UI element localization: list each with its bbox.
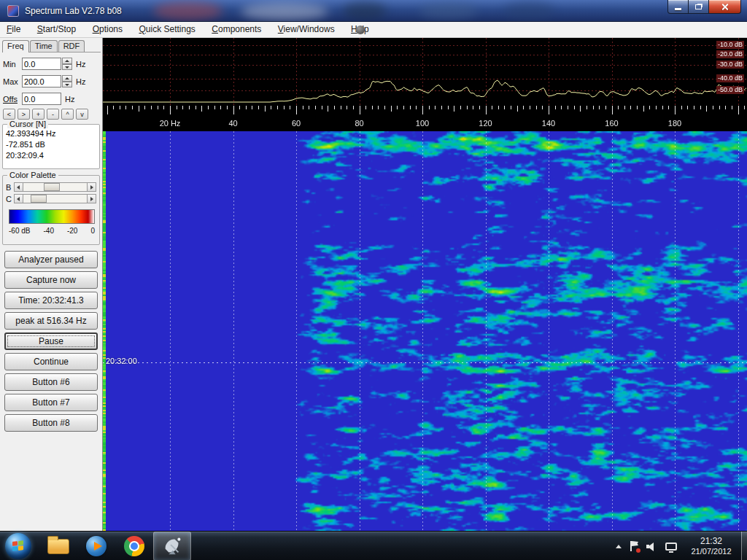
explorer-taskbar-button[interactable] [39,532,77,560]
cursor-time: 20:32:09.4 [3,150,99,161]
spin-up-icon[interactable] [62,75,72,82]
capture-now-button[interactable]: Capture now [4,271,98,289]
wallpaper-blob [343,1,387,20]
close-button[interactable] [708,0,741,14]
min-label: Min [3,60,22,69]
spin-down-icon[interactable] [62,82,72,88]
frequency-nav-buttons: < > + - ^ v [3,109,88,120]
menu-options[interactable]: Options [86,22,129,37]
contrast-row: C [6,194,96,203]
max-unit: Hz [76,77,85,86]
contrast-slider[interactable] [14,194,96,203]
hidden-icons-button[interactable] [616,545,622,548]
offset-label[interactable]: Offs [3,95,22,104]
slider-track[interactable] [23,183,87,191]
wallpaper-blob [419,2,478,20]
max-frequency-input[interactable] [22,75,61,88]
db-scale: -10.0 dB -20.0 dB -30.0 dB -40.0 dB -50.… [711,38,746,106]
restore-button[interactable] [689,0,708,14]
palette-gradient-bar [9,209,95,224]
restore-icon [695,4,702,9]
palette-scale: -60 dB -40 -20 0 [9,227,95,235]
menu-view-windows[interactable]: View/Windows [271,22,341,37]
spectrum-display[interactable] [103,38,747,106]
db-label: -40.0 dB [716,74,744,82]
wallpaper-blob [241,3,328,20]
zoom-in-button[interactable]: + [32,109,44,120]
slider-left-icon[interactable] [15,195,23,203]
menu-quick-settings[interactable]: Quick Settings [132,22,201,37]
min-unit: Hz [76,60,85,69]
spectrum-lab-taskbar-button[interactable] [153,532,191,560]
window-title: Spectrum Lab V2.78 b08 [25,6,122,16]
db-label: -10.0 dB [716,41,744,49]
system-tray [616,532,677,560]
offset-input[interactable] [22,93,61,105]
min-frequency-row: Min Hz [3,57,85,71]
slider-track[interactable] [23,195,87,203]
slider-thumb[interactable] [44,183,60,191]
button-7[interactable]: Button #7 [4,394,98,411]
menu-components[interactable]: Components [205,22,268,37]
clock-time: 21:32 [684,536,738,546]
spin-down-icon[interactable] [62,64,72,71]
time-display-button[interactable]: Time: 20:32:41.3 [4,292,98,309]
show-desktop-button[interactable] [741,532,747,560]
minimize-button[interactable] [667,0,689,14]
continue-button[interactable]: Continue [4,353,98,370]
shift-up-button[interactable]: ^ [61,109,74,120]
slider-right-icon[interactable] [87,195,96,203]
spin-up-icon[interactable] [62,58,72,64]
clock-date: 21/07/2012 [684,546,738,556]
cursor-frequency: 42.393494 Hz [3,128,99,139]
min-spinner[interactable] [62,58,72,70]
waterfall-display[interactable] [103,131,747,531]
zoom-out-button[interactable]: - [47,109,59,120]
shift-down-button[interactable]: v [76,109,88,120]
notification-badge [636,548,640,553]
offset-unit: Hz [65,95,74,104]
media-player-icon [86,536,107,556]
screen: Spectrum Lab V2.78 b08 File Start/Stop O… [0,0,747,560]
taskbar-clock[interactable]: 21:32 21/07/2012 [684,536,738,556]
db-label: -50.0 dB [716,86,744,94]
media-player-taskbar-button[interactable] [77,532,115,560]
volume-icon[interactable] [646,542,657,551]
tab-freq[interactable]: Freq [2,40,29,52]
minimize-icon [675,8,681,10]
taskbar: 21:32 21/07/2012 [0,531,747,560]
slider-left-icon[interactable] [15,183,23,191]
brightness-slider[interactable] [14,182,96,192]
menu-file[interactable]: File [0,22,27,37]
palette-group-title: Color Palette [7,171,58,179]
tab-rdf[interactable]: RDF [58,40,85,52]
action-center-icon[interactable] [630,541,638,551]
display-settings-icon[interactable] [665,542,677,551]
max-frequency-row: Max Hz [3,74,85,88]
analyzer-paused-button[interactable]: Analyzer paused [4,251,98,268]
menu-start-stop[interactable]: Start/Stop [31,22,82,37]
chrome-taskbar-button[interactable] [115,532,153,560]
shift-left-button[interactable]: < [3,109,15,120]
pinned-apps [39,532,191,560]
slider-right-icon[interactable] [87,183,96,191]
start-button[interactable] [5,533,31,559]
button-6[interactable]: Button #6 [4,373,98,391]
scale-label: -40 [43,227,53,235]
min-frequency-input[interactable] [22,58,61,70]
shift-right-button[interactable]: > [18,109,30,120]
max-spinner[interactable] [62,75,72,88]
slider-thumb[interactable] [31,195,47,203]
cursor-readout: Cursor [N] 42.393494 Hz -72.851 dB 20:32… [2,124,100,169]
cursor-group-title: Cursor [N] [7,120,48,128]
tab-time[interactable]: Time [30,40,58,52]
satellite-dish-icon [161,535,183,557]
scale-label: -20 [67,227,77,235]
wallpaper-blob [503,1,554,20]
button-8[interactable]: Button #8 [4,414,98,432]
control-panel: Freq Time RDF Min Hz Max Hz Offs Hz < > … [0,38,103,531]
peak-display-button[interactable]: peak at 516.34 Hz [4,312,98,330]
pause-button[interactable]: Pause [4,332,98,350]
window-controls [667,0,741,14]
brightness-label: B [6,183,14,192]
